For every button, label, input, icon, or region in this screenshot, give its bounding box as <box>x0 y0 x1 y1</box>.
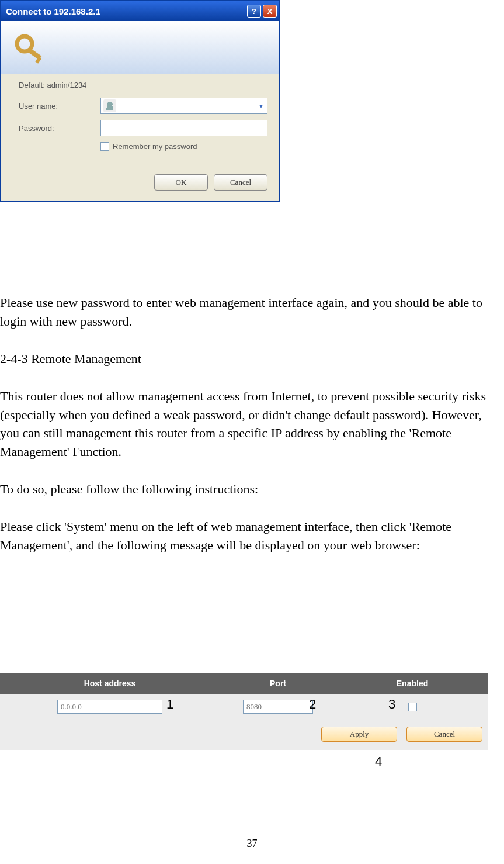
user-icon <box>103 99 116 112</box>
banner <box>1 21 279 74</box>
cancel-button-panel[interactable]: Cancel <box>406 727 482 742</box>
remember-checkbox[interactable] <box>100 142 109 151</box>
username-input[interactable] <box>119 101 255 110</box>
section-heading: 2-4-3 Remote Management <box>0 350 504 368</box>
chevron-down-icon[interactable]: ▾ <box>255 102 267 110</box>
para-login-again: Please use new password to enter web man… <box>0 293 504 331</box>
para-remote-desc: This router does not allow management ac… <box>0 387 504 462</box>
col-enabled: Enabled <box>336 679 488 688</box>
callout-1: 1 <box>166 697 173 712</box>
key-icon <box>13 30 48 65</box>
table-header: Host address Port Enabled <box>0 673 488 694</box>
close-icon: X <box>267 7 273 16</box>
host-address-input[interactable] <box>57 700 162 714</box>
remote-management-panel: Host address Port Enabled Apply Cancel <box>0 673 488 750</box>
default-credentials: Default: admin/1234 <box>19 81 267 89</box>
page-number: 37 <box>0 838 504 850</box>
para-instructions: To do so, please follow the following in… <box>0 480 504 499</box>
close-button[interactable]: X <box>263 5 277 18</box>
callout-3: 3 <box>388 697 395 712</box>
remember-password[interactable]: Remember my password <box>100 142 267 151</box>
ok-button[interactable]: OK <box>154 174 208 191</box>
port-input[interactable] <box>243 700 313 714</box>
username-field[interactable]: ▾ <box>100 98 267 114</box>
password-input[interactable] <box>100 120 267 136</box>
cancel-button[interactable]: Cancel <box>214 174 267 191</box>
password-label: Password: <box>19 124 100 133</box>
username-label: User name: <box>19 102 100 110</box>
enabled-checkbox[interactable] <box>408 703 417 711</box>
table-row <box>0 694 488 720</box>
col-host: Host address <box>0 679 220 688</box>
question-icon: ? <box>252 7 256 16</box>
document-body: Please use new password to enter web man… <box>0 293 504 573</box>
apply-button[interactable]: Apply <box>321 727 397 742</box>
col-port: Port <box>220 679 336 688</box>
help-button[interactable]: ? <box>247 5 261 18</box>
title-text: Connect to 192.168.2.1 <box>6 6 245 16</box>
para-click-system: Please click 'System' menu on the left o… <box>0 517 504 555</box>
callout-2: 2 <box>309 697 316 712</box>
title-bar[interactable]: Connect to 192.168.2.1 ? X <box>1 1 279 21</box>
callout-4: 4 <box>375 754 382 769</box>
connect-dialog: Connect to 192.168.2.1 ? X Default: admi… <box>0 0 280 202</box>
remember-label: Remember my password <box>113 142 197 151</box>
